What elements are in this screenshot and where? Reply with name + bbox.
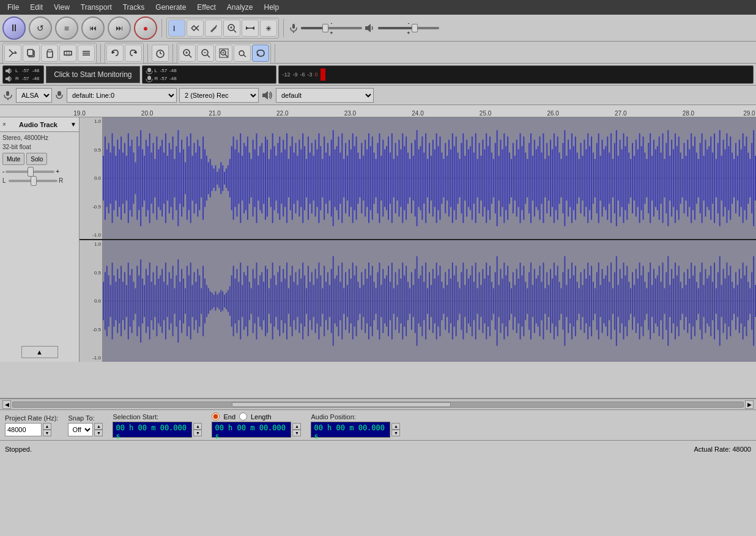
multi-tool-button[interactable]: ✳ [260, 20, 277, 37]
svg-rect-639 [487, 276, 489, 327]
svg-rect-96 [177, 130, 179, 226]
skip-back-button[interactable]: ⏮ [81, 17, 105, 40]
svg-rect-319 [575, 136, 576, 219]
audio-pos-down[interactable]: ▼ [391, 430, 400, 436]
selection-tool-button[interactable]: I [168, 20, 185, 37]
svg-rect-199 [361, 143, 362, 213]
pause-button[interactable]: ⏸ [2, 17, 26, 40]
svg-rect-755 [694, 266, 695, 336]
snap-up-button[interactable]: ▲ [94, 423, 103, 430]
lower-waveform-svg[interactable] [103, 240, 756, 362]
paste-button[interactable] [41, 45, 58, 62]
end-radio[interactable] [212, 413, 220, 420]
zoom-in-button[interactable] [179, 45, 196, 62]
rate-down-button[interactable]: ▼ [43, 430, 51, 436]
separator-5 [172, 44, 173, 62]
waveform-display[interactable]: 1.0 0.5 0.0 -0.5 -1.0 [80, 117, 756, 362]
svg-rect-687 [573, 276, 574, 327]
snap-select[interactable]: Off [68, 423, 93, 436]
sel-start-up[interactable]: ▲ [193, 423, 202, 430]
record-button[interactable]: ● [134, 17, 157, 40]
project-rate-input[interactable] [5, 423, 42, 436]
menu-help[interactable]: Help [259, 2, 284, 13]
upper-waveform-svg[interactable] [103, 117, 756, 239]
zoom-out-button[interactable] [197, 45, 214, 62]
svg-rect-619 [452, 263, 453, 340]
menu-analyze[interactable]: Analyze [222, 2, 258, 13]
snap-down-button[interactable]: ▼ [94, 430, 103, 436]
track-close-button[interactable]: × [2, 121, 6, 128]
sel-start-down[interactable]: ▼ [193, 430, 202, 436]
svg-rect-20 [64, 51, 72, 55]
svg-rect-585 [391, 263, 393, 340]
selection-start-input[interactable]: 00 h 00 m 00.000 s [113, 422, 192, 438]
svg-rect-457 [163, 282, 165, 320]
menu-transport[interactable]: Transport [76, 2, 117, 13]
svg-rect-629 [470, 276, 471, 327]
click-to-monitor-button[interactable]: Click to Start Monitoring [46, 66, 139, 83]
menu-edit[interactable]: Edit [25, 2, 48, 13]
menu-view[interactable]: View [49, 2, 75, 13]
svg-rect-460 [169, 272, 170, 329]
channels-select[interactable]: 2 (Stereo) Rec [179, 88, 259, 103]
envelope-tool-button[interactable] [187, 20, 204, 37]
fit-tracks-button[interactable] [234, 45, 251, 62]
zoom-in-tool-button[interactable] [223, 20, 240, 37]
loop-button[interactable] [252, 45, 269, 62]
end-up-button[interactable]: ▲ [292, 423, 301, 430]
svg-rect-271 [489, 136, 491, 219]
svg-rect-462 [172, 266, 174, 336]
audio-position-input[interactable]: 00 h 00 m 00.000 s [311, 422, 390, 438]
svg-rect-373 [671, 140, 672, 217]
scroll-track[interactable] [12, 402, 744, 408]
end-down-button[interactable]: ▼ [292, 430, 301, 436]
redo-button[interactable] [125, 45, 142, 62]
rewind-button[interactable]: ↺ [29, 17, 52, 40]
svg-rect-360 [648, 143, 649, 213]
svg-rect-632 [475, 263, 476, 340]
pan-fader[interactable] [9, 180, 57, 182]
menu-file[interactable]: File [2, 2, 24, 13]
end-time-input[interactable]: 00 h 00 m 00.000 s [212, 422, 291, 438]
undo-button[interactable] [106, 45, 124, 62]
copy-button[interactable] [23, 45, 40, 62]
input-device-select[interactable]: default: Line:0 [67, 88, 177, 103]
mute-button[interactable]: Mute [2, 153, 24, 165]
stop-button[interactable]: ■ [55, 17, 78, 40]
track-name-label[interactable]: Audio Track [19, 121, 57, 128]
svg-rect-350 [630, 159, 631, 197]
length-radio[interactable] [239, 413, 247, 420]
svg-rect-671 [544, 288, 546, 314]
menu-tracks[interactable]: Tracks [118, 2, 150, 13]
volume-fader[interactable] [6, 171, 54, 173]
audio-driver-select[interactable]: ALSA [16, 88, 52, 103]
track-dropdown-icon[interactable]: ▼ [70, 121, 76, 128]
skip-forward-button[interactable]: ⏭ [108, 17, 131, 40]
timeshift-tool-button[interactable] [242, 20, 259, 37]
svg-rect-471 [188, 276, 190, 327]
scroll-right-arrow[interactable]: ▶ [745, 400, 754, 409]
svg-rect-482 [208, 288, 209, 314]
timer-button[interactable] [152, 45, 169, 62]
menu-generate[interactable]: Generate [150, 2, 191, 13]
svg-rect-767 [716, 288, 717, 314]
svg-rect-58 [110, 153, 111, 204]
svg-rect-757 [698, 288, 699, 314]
cut-button[interactable] [4, 45, 21, 62]
trim-button[interactable] [59, 45, 76, 62]
menu-effect[interactable]: Effect [192, 2, 220, 13]
scroll-thumb[interactable] [232, 402, 451, 407]
svg-rect-204 [370, 146, 371, 210]
svg-rect-180 [327, 143, 328, 213]
rate-up-button[interactable]: ▲ [43, 423, 51, 430]
track-up-button[interactable]: ▲ [21, 346, 58, 358]
audio-pos-up[interactable]: ▲ [391, 423, 400, 430]
scroll-left-arrow[interactable]: ◀ [2, 400, 11, 409]
draw-tool-button[interactable] [205, 20, 222, 37]
output-device-select[interactable]: default [276, 88, 374, 103]
silence-button[interactable] [78, 45, 95, 62]
clip-indicator[interactable] [321, 68, 325, 81]
fit-project-button[interactable] [215, 45, 232, 62]
solo-button[interactable]: Solo [26, 153, 47, 165]
svg-rect-449 [149, 263, 150, 340]
